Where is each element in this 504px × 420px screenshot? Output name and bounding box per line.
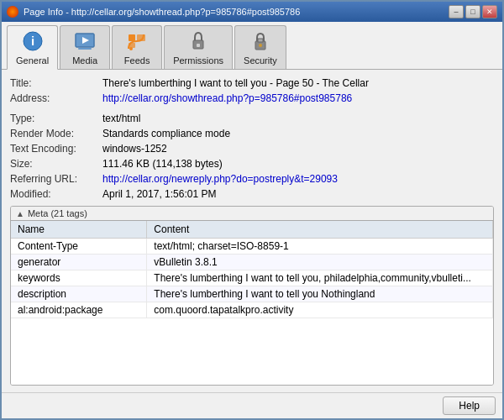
meta-name-cell: Content-Type bbox=[11, 239, 147, 255]
title-bar-left: Page Info - http://cellar.org/showthread… bbox=[7, 6, 300, 18]
type-label: Type: bbox=[10, 113, 102, 124]
tab-security[interactable]: Security bbox=[234, 25, 286, 69]
svg-rect-5 bbox=[78, 48, 92, 50]
page-info-window: Page Info - http://cellar.org/showthread… bbox=[0, 0, 504, 420]
meta-content-cell: There's lumberthing I want to tell you N… bbox=[147, 286, 493, 302]
minimize-button[interactable]: – bbox=[449, 5, 464, 18]
meta-name-cell: keywords bbox=[11, 270, 147, 286]
table-row: descriptionThere's lumberthing I want to… bbox=[11, 286, 493, 302]
security-icon bbox=[249, 29, 272, 53]
svg-rect-13 bbox=[258, 39, 263, 42]
tab-bar: i General Media bbox=[2, 22, 502, 70]
table-row: al:android:packagecom.quoord.tapatalkpro… bbox=[11, 302, 493, 318]
svg-text:i: i bbox=[30, 34, 34, 48]
tab-security-label: Security bbox=[244, 55, 277, 66]
size-row: Size: 111.46 KB (114,138 bytes) bbox=[10, 157, 494, 171]
encoding-label: Text Encoding: bbox=[10, 143, 102, 155]
modified-row: Modified: April 1, 2017, 1:56:01 PM bbox=[10, 187, 494, 201]
meta-name-cell: generator bbox=[11, 255, 147, 270]
tab-media-label: Media bbox=[72, 55, 97, 66]
meta-section: ▲ Meta (21 tags) Name Content Content-Ty… bbox=[10, 206, 494, 386]
svg-point-14 bbox=[259, 44, 262, 47]
render-mode-value: Standards compliance mode bbox=[102, 128, 494, 139]
meta-header-label: Meta (21 tags) bbox=[28, 208, 87, 218]
table-row: generatorvBulletin 3.8.1 bbox=[11, 255, 493, 270]
meta-name-cell: al:android:package bbox=[11, 302, 147, 318]
meta-header: ▲ Meta (21 tags) bbox=[11, 207, 493, 221]
title-bar: Page Info - http://cellar.org/showthread… bbox=[2, 2, 502, 22]
encoding-value: windows-1252 bbox=[102, 143, 494, 155]
meta-content-cell: com.quoord.tapatalkpro.activity bbox=[147, 302, 493, 318]
size-value: 111.46 KB (114,138 bytes) bbox=[102, 158, 494, 170]
media-icon bbox=[73, 29, 97, 53]
help-button[interactable]: Help bbox=[443, 396, 496, 415]
referring-url-row: Referring URL: http://cellar.org/newrepl… bbox=[10, 172, 494, 186]
type-value: text/html bbox=[102, 113, 494, 124]
tab-general[interactable]: i General bbox=[7, 25, 58, 70]
address-row: Address: http://cellar.org/showthread.ph… bbox=[10, 92, 494, 105]
window-title: Page Info - http://cellar.org/showthread… bbox=[24, 7, 300, 17]
tab-feeds-label: Feeds bbox=[124, 55, 150, 66]
meta-toggle-icon[interactable]: ▲ bbox=[16, 209, 24, 218]
feeds-icon bbox=[125, 29, 149, 53]
meta-col-name: Name bbox=[11, 221, 147, 239]
referring-url-value[interactable]: http://cellar.org/newreply.php?do=postre… bbox=[102, 173, 494, 185]
meta-content-cell: There's lumberthing I want to tell you, … bbox=[147, 270, 493, 286]
meta-table: Name Content Content-Typetext/html; char… bbox=[11, 221, 493, 318]
close-button[interactable]: ✕ bbox=[482, 5, 497, 18]
svg-rect-6 bbox=[129, 34, 135, 41]
meta-content-cell: vBulletin 3.8.1 bbox=[147, 255, 493, 270]
title-controls: – □ ✕ bbox=[449, 5, 497, 18]
render-mode-row: Render Mode: Standards compliance mode bbox=[10, 127, 494, 140]
meta-content-cell: text/html; charset=ISO-8859-1 bbox=[147, 239, 493, 255]
permissions-icon bbox=[186, 29, 210, 53]
content-area: Title: There's lumberthing I want to tel… bbox=[2, 70, 502, 392]
meta-col-content: Content bbox=[147, 221, 493, 239]
modified-value: April 1, 2017, 1:56:01 PM bbox=[102, 188, 494, 200]
address-value[interactable]: http://cellar.org/showthread.php?p=98578… bbox=[102, 92, 494, 104]
svg-rect-11 bbox=[197, 44, 200, 47]
size-label: Size: bbox=[10, 158, 102, 170]
meta-table-header-row: Name Content bbox=[11, 221, 493, 239]
render-mode-label: Render Mode: bbox=[10, 128, 102, 139]
firefox-icon bbox=[7, 6, 18, 18]
encoding-row: Text Encoding: windows-1252 bbox=[10, 142, 494, 155]
tab-general-label: General bbox=[16, 55, 49, 66]
maximize-button[interactable]: □ bbox=[465, 5, 480, 18]
table-row: keywordsThere's lumberthing I want to te… bbox=[11, 270, 493, 286]
tab-media[interactable]: Media bbox=[60, 25, 110, 69]
table-row: Content-Typetext/html; charset=ISO-8859-… bbox=[11, 239, 493, 255]
referring-url-label: Referring URL: bbox=[10, 173, 102, 185]
title-row: Title: There's lumberthing I want to tel… bbox=[10, 76, 494, 90]
modified-label: Modified: bbox=[10, 188, 102, 200]
general-icon: i bbox=[21, 29, 45, 53]
title-label: Title: bbox=[10, 77, 102, 89]
tab-permissions-label: Permissions bbox=[173, 55, 223, 66]
type-row: Type: text/html bbox=[10, 112, 494, 125]
svg-point-9 bbox=[129, 47, 133, 50]
title-value: There's lumberthing I want to tell you -… bbox=[102, 77, 494, 89]
tab-permissions[interactable]: Permissions bbox=[164, 25, 233, 69]
tab-feeds[interactable]: Feeds bbox=[112, 25, 162, 69]
bottom-bar: Help bbox=[2, 392, 502, 418]
address-label: Address: bbox=[10, 92, 102, 104]
meta-table-container[interactable]: Name Content Content-Typetext/html; char… bbox=[11, 221, 493, 385]
meta-name-cell: description bbox=[11, 286, 147, 302]
